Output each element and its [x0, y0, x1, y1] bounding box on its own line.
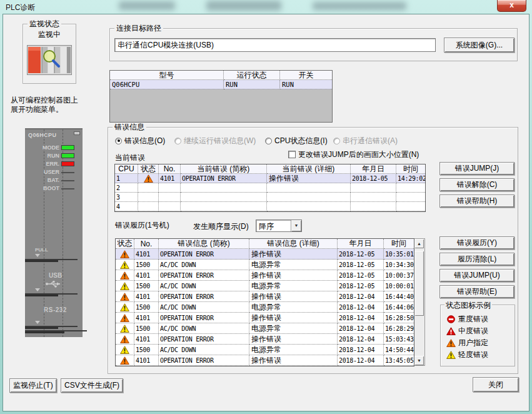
cpu-model-table[interactable]: 型号运行状态开关Q06HCPURUNRUN [109, 70, 333, 123]
radio-label: 继续运行错误信息(W) [184, 136, 256, 146]
column-header: 错误信息 (简称) [159, 239, 249, 249]
cpu-cell: 3 [115, 193, 138, 202]
history-error-help-button[interactable]: 错误帮助(E) [439, 285, 514, 298]
error-brief-cell: AC/DC DOWN [159, 260, 249, 270]
table-row[interactable]: 4 [115, 202, 425, 211]
close-window-button[interactable]: x [497, 0, 526, 12]
table-row[interactable]: 1500AC/DC DOWN电源异常2018-12-0416:28:29 [116, 323, 414, 334]
close-button[interactable]: 关闭 [473, 377, 519, 392]
column-header: 错误信息 (详细) [249, 239, 338, 249]
error-history-button[interactable]: 错误履历(Y) [439, 236, 514, 250]
time-cell: 14:50:44 [384, 345, 414, 355]
radio-circle [174, 138, 181, 144]
led-row: RUN [25, 151, 83, 159]
current-error-table[interactable]: CPU状态No.当前错误 (简称)当前错误 (详细)年月日时间14101OPER… [114, 164, 426, 212]
time-cell: 13:45:05 [384, 355, 414, 366]
error-jump-button[interactable]: 错误JUMP(J) [439, 162, 514, 175]
error-help-button[interactable]: 错误帮助(H) [439, 194, 514, 208]
scroll-up-button[interactable]: ▲ [414, 239, 424, 248]
legend-label: 用户指定 [456, 338, 488, 348]
slot-arrow-icon [35, 288, 40, 291]
connection-path-field[interactable]: 串行通信CPU模块连接(USB) [114, 38, 436, 52]
table-header-row: CPU状态No.当前错误 (简称)当前错误 (详细)年月日时间 [115, 164, 425, 174]
table-row[interactable]: 4101OPERATION ERROR操作错误2018-12-0510:35:0… [116, 249, 414, 260]
moderate-error-icon [446, 327, 456, 335]
plc-module-graphic[interactable]: Q06HCPU MODERUNERR.USERBAT.BOOT PULL USB… [25, 128, 83, 337]
history-error-jump-button[interactable]: 错误JUMP(U) [439, 269, 514, 282]
error-clear-button[interactable]: 错误解除(C) [439, 178, 514, 191]
time-cell: 10:00:01 [384, 281, 414, 291]
led-label: MODE [25, 144, 61, 151]
table-row[interactable]: 4101OPERATION ERROR操作错误2018-12-0415:03:4… [116, 334, 414, 345]
scrollbar-thumb[interactable] [414, 251, 424, 316]
module-slot-bar [25, 293, 58, 296]
led-row: MODE [25, 143, 83, 151]
table-row[interactable]: 2 [115, 183, 425, 193]
error-detail-cell: 操作错误 [267, 174, 351, 183]
table-row[interactable]: 4101OPERATION ERROR操作错误2018-12-0416:28:5… [116, 313, 414, 323]
current-error-buttons: 错误JUMP(J)错误解除(C)错误帮助(H) [439, 162, 514, 211]
led-label: ERR. [25, 161, 61, 167]
led-row: BOOT [25, 184, 83, 192]
table-row[interactable]: 4101OPERATION ERROR操作错误2018-12-0416:44:4… [116, 291, 414, 302]
error-detail-cell: 电源异常 [249, 281, 338, 291]
date-cell: 2018-12-05 [338, 260, 384, 270]
column-header: No. [159, 164, 181, 174]
table-row[interactable]: 14101OPERATION ERROR操作错误2018-12-0514:29:… [115, 174, 425, 183]
error-detail-cell: 操作错误 [249, 249, 338, 260]
date-cell: 2018-12-04 [338, 323, 384, 334]
history-scrollbar[interactable]: ▲ ▼ [414, 238, 425, 366]
slot-arrow-icon [35, 321, 40, 324]
legend-label: 轻度错误 [456, 350, 488, 360]
table-row[interactable]: 1500AC/DC DOWN电源异常2018-12-0510:00:01 [116, 281, 414, 291]
time-cell: 15:03:43 [384, 334, 414, 345]
table-header-row: 型号运行状态开关 [110, 71, 332, 80]
column-header: 当前错误 (详细) [267, 164, 351, 174]
csv-generate-button[interactable]: CSV文件生成(F) [61, 378, 123, 393]
table-row[interactable]: 1500AC/DC DOWN电源异常2018-12-0416:44:06 [116, 302, 414, 313]
error-brief-cell: OPERATION ERROR [159, 270, 249, 281]
status-icon-cell [116, 270, 134, 281]
legend-label: 中度错误 [456, 326, 488, 336]
date-cell: 2018-12-04 [338, 302, 384, 313]
status-icon-cell [116, 334, 134, 345]
rs232-label: RS-232 [44, 306, 67, 313]
error-info-group-label: 错误信息 [113, 123, 146, 131]
led-row: USER [25, 168, 83, 176]
table-row[interactable]: 4101OPERATION ERROR操作错误2018-12-0413:45:0… [116, 355, 414, 366]
module-latch [74, 131, 80, 135]
status-icon-cell [116, 281, 134, 291]
column-header: 时间 [396, 164, 425, 174]
table-row[interactable]: 4101OPERATION ERROR操作错误2018-12-0510:00:3… [116, 270, 414, 281]
error-history-table[interactable]: 状态No.错误信息 (简称)错误信息 (详细)年月日时间4101OPERATIO… [115, 238, 414, 366]
table-row[interactable]: Q06HCPURUNRUN [110, 80, 332, 89]
led-label: BAT. [25, 177, 61, 183]
monitor-stop-button[interactable]: 监视停止(T) [9, 378, 57, 393]
table-header-row: 状态No.错误信息 (简称)错误信息 (详细)年月日时间 [116, 239, 414, 249]
radio-1[interactable]: 错误信息(O) [115, 136, 165, 145]
date-cell: 2018-12-05 [338, 270, 384, 281]
history-clear-button[interactable]: 履历清除(L) [439, 253, 514, 266]
minor-error-icon [120, 325, 129, 333]
table-row[interactable]: 1500AC/DC DOWN电源异常2018-12-0510:34:30 [116, 260, 414, 270]
pull-arrow-icon [35, 254, 40, 257]
radio-3[interactable]: CPU状态信息(I) [265, 136, 328, 145]
column-header: 开关 [280, 71, 332, 80]
system-image-button[interactable]: 系统图像(G)... [444, 38, 514, 53]
led-label: RUN [25, 153, 61, 159]
time-cell: 16:44:40 [384, 291, 414, 302]
error-no-cell: 4101 [134, 291, 159, 302]
severe-error-icon [447, 315, 455, 323]
led-row: BAT. [25, 176, 83, 184]
column-header: 状态 [116, 239, 134, 249]
chevron-down-icon[interactable]: ▼ [291, 220, 301, 231]
scroll-down-button[interactable]: ▼ [414, 356, 424, 365]
order-select[interactable]: 降序 ▼ [256, 220, 302, 232]
resize-after-jump-checkbox[interactable]: 更改错误JUMP后的画面大小位置(N) [288, 150, 419, 159]
monitor-image[interactable] [27, 45, 72, 75]
status-icon-cell [138, 174, 159, 183]
table-row[interactable]: 1500AC/DC DOWN电源异常2018-12-0414:50:44 [116, 345, 414, 355]
table-row[interactable]: 3 [115, 193, 425, 202]
error-info-group: 错误信息 错误信息(O)继续运行错误信息(W)CPU状态信息(I)串行通信错误(… [108, 127, 518, 374]
status-icon-cell [116, 249, 134, 260]
